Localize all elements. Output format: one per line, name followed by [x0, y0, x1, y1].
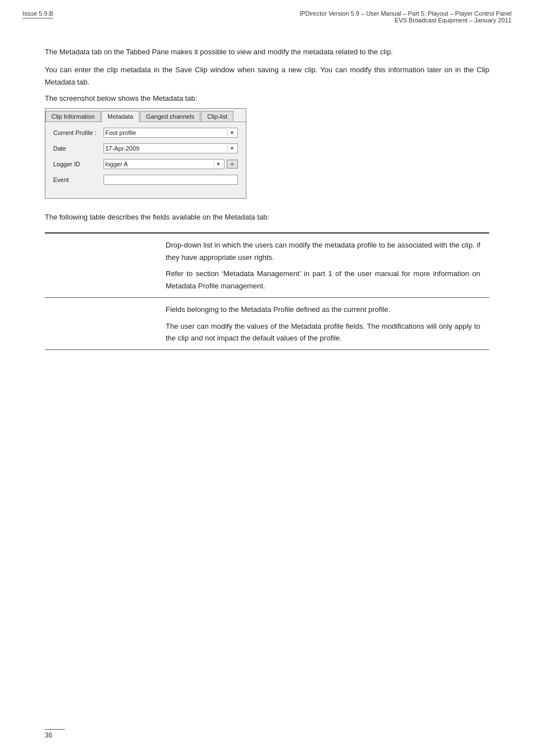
- table-row-2-col2: Fields belonging to the Metadata Profile…: [157, 298, 489, 350]
- form-row-date: Date 17-Apr-2009 ▼: [53, 143, 238, 153]
- body-para1: The Metadata tab on the Tabbed Pane make…: [45, 46, 489, 58]
- logger-id-add-button[interactable]: +: [227, 160, 238, 169]
- table-row-1-col2: Drop-down list in which the users can mo…: [157, 233, 489, 297]
- label-event: Event: [53, 176, 104, 183]
- ui-panel: Clip Information Metadata Ganged channel…: [45, 108, 246, 199]
- date-value: 17-Apr-2009: [105, 145, 139, 152]
- label-logger-id: Logger ID: [53, 161, 104, 167]
- table-row-1: Drop-down list in which the users can mo…: [45, 233, 489, 297]
- date-arrow-icon: ▼: [227, 145, 236, 152]
- header-title: IPDirector Version 5.9 – User Manual – P…: [299, 10, 512, 24]
- form-row-current-profile: Current Profile : Foot profile ▼: [53, 128, 238, 138]
- table-row-1-para1: Drop-down list in which the users can mo…: [166, 239, 480, 263]
- date-select[interactable]: 17-Apr-2009 ▼: [104, 143, 238, 153]
- tab-clip-list[interactable]: Clip-list: [201, 111, 233, 122]
- current-profile-arrow-icon: ▼: [227, 129, 236, 136]
- event-input[interactable]: [104, 175, 238, 185]
- tab-bar: Clip Information Metadata Ganged channel…: [45, 109, 246, 122]
- header-issue: Issue 5.9.B: [22, 10, 53, 18]
- table-row-2: Fields belonging to the Metadata Profile…: [45, 298, 489, 350]
- logger-id-wrap: logger A ▼ +: [104, 159, 238, 169]
- tab-metadata[interactable]: Metadata: [101, 111, 139, 122]
- main-content: The Metadata tab on the Tabbed Pane make…: [0, 24, 534, 372]
- desc-table: Drop-down list in which the users can mo…: [45, 232, 489, 350]
- logger-id-select[interactable]: logger A ▼: [104, 159, 224, 169]
- table-row-2-para2: The user can modify the values of the Me…: [166, 320, 480, 344]
- tab-clip-information[interactable]: Clip Information: [45, 111, 101, 122]
- logger-id-value: logger A: [105, 161, 128, 167]
- label-date: Date: [53, 145, 104, 152]
- table-row-2-col1: [45, 298, 157, 350]
- tab-ganged-channels[interactable]: Ganged channels: [140, 111, 200, 122]
- current-profile-wrap: Foot profile ▼: [104, 128, 238, 138]
- form-row-logger-id: Logger ID logger A ▼ +: [53, 159, 238, 169]
- logger-id-arrow-icon: ▼: [214, 161, 223, 167]
- page-number: 36: [45, 731, 52, 739]
- table-row-1-col1: [45, 233, 157, 297]
- page-header: Issue 5.9.B IPDirector Version 5.9 – Use…: [0, 0, 534, 24]
- screenshot-label: The screenshot below shows the Metadata …: [45, 94, 489, 102]
- label-current-profile: Current Profile :: [53, 129, 104, 136]
- date-wrap: 17-Apr-2009 ▼: [104, 143, 238, 153]
- body-para2: You can enter the clip metadata in the S…: [45, 64, 489, 88]
- page-footer: 36: [45, 729, 65, 739]
- table-row-2-para1: Fields belonging to the Metadata Profile…: [166, 304, 480, 315]
- current-profile-select[interactable]: Foot profile ▼: [104, 128, 238, 138]
- panel-body: Current Profile : Foot profile ▼ Date 17…: [45, 122, 246, 198]
- table-row-1-para2: Refer to section ‘Metadata Management’ i…: [166, 268, 480, 292]
- current-profile-value: Foot profile: [105, 129, 136, 136]
- table-intro: The following table describes the fields…: [45, 211, 489, 223]
- event-wrap: [104, 175, 238, 185]
- form-row-event: Event: [53, 175, 238, 185]
